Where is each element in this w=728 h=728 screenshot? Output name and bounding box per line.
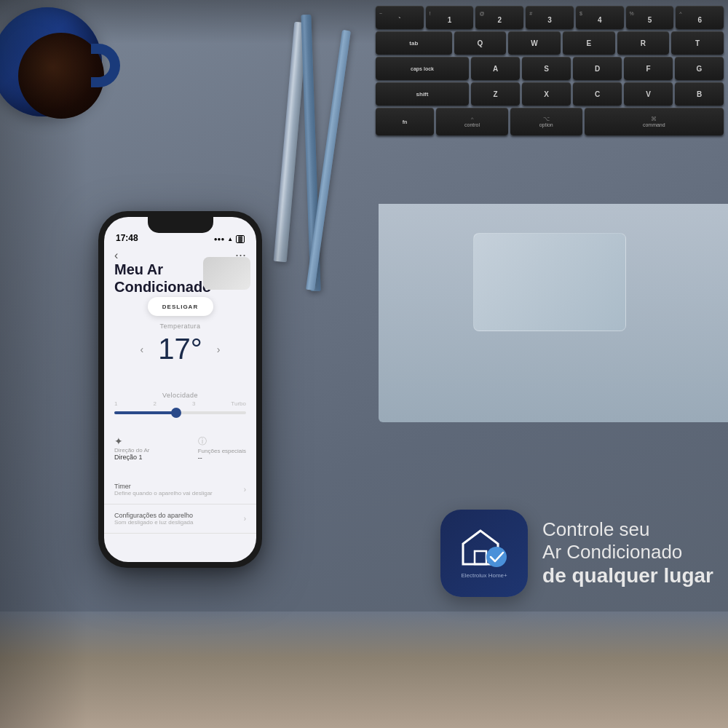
- status-icons: ●●● ▲ ▓: [214, 235, 245, 243]
- key-6[interactable]: ^6: [676, 6, 724, 29]
- trackpad[interactable]: [473, 233, 626, 331]
- signal-icon: ●●●: [214, 236, 225, 242]
- airflow-right: ⓘ Funções especiais --: [198, 435, 246, 462]
- temperature-section: Temperatura ‹ 17° ›: [104, 323, 256, 365]
- keyboard-row-asdf: caps lock A S D F G: [376, 57, 724, 80]
- cup-handle: [91, 44, 120, 87]
- timer-chevron-icon: ›: [244, 486, 246, 494]
- house-svg: [459, 528, 510, 568]
- key-f[interactable]: F: [624, 57, 673, 80]
- coffee-cup: [0, 0, 124, 153]
- speed-marks: 1 2 3 Turbo: [114, 399, 246, 408]
- settings-content: Configurações do aparelho Som desligado …: [114, 512, 194, 526]
- speed-mark-2: 2: [153, 400, 156, 407]
- airflow-value: Direção 1: [114, 454, 149, 461]
- key-control[interactable]: ^ control: [436, 108, 508, 135]
- brand-line-2: Ar Condicionado: [542, 541, 713, 563]
- key-s[interactable]: S: [522, 57, 571, 80]
- svg-rect-1: [475, 551, 486, 564]
- key-tilde[interactable]: ~`: [376, 6, 424, 29]
- back-button[interactable]: ‹: [114, 249, 118, 262]
- key-3[interactable]: #3: [526, 6, 574, 29]
- svg-point-2: [486, 547, 507, 567]
- key-shift[interactable]: shift: [376, 82, 469, 106]
- app-title-text: Meu ArCondicionado: [114, 261, 213, 296]
- key-w[interactable]: W: [508, 31, 561, 55]
- key-x[interactable]: X: [522, 82, 571, 106]
- app-icon-graphic: [459, 528, 510, 568]
- timer-menu-item[interactable]: Timer Define quando o aparelho vai desli…: [104, 475, 256, 505]
- cup-body: [0, 7, 102, 116]
- settings-label: Configurações do aparelho: [114, 512, 194, 519]
- temperature-value: 17°: [158, 333, 202, 365]
- keyboard: ~` !1 @2 #3 $4 %5 ^6 tab Q W E R T caps …: [371, 0, 728, 204]
- keyboard-row-bottom: fn ^ control ⌥ option ⌘ command: [376, 108, 724, 135]
- key-1[interactable]: !1: [426, 6, 474, 29]
- temp-decrease-button[interactable]: ‹: [141, 344, 144, 355]
- phone-screen: 17:48 ●●● ▲ ▓ ‹ ··· Meu ArCondicionado: [104, 217, 256, 562]
- settings-menu-item[interactable]: Configurações do aparelho Som desligado …: [104, 505, 256, 534]
- speed-thumb[interactable]: [171, 408, 181, 418]
- keyboard-row-numbers: ~` !1 @2 #3 $4 %5 ^6: [376, 6, 724, 29]
- brand-text: Controle seu Ar Condicionado de qualquer…: [542, 518, 713, 588]
- speed-mark-3: 3: [192, 400, 195, 407]
- ac-device-image: [203, 257, 250, 290]
- brand-section: Electrolux Home+ Controle seu Ar Condici…: [440, 510, 713, 597]
- wifi-icon: ▲: [227, 236, 233, 242]
- phone-mockup: 17:48 ●●● ▲ ▓ ‹ ··· Meu ArCondicionado: [98, 211, 262, 568]
- airflow-label: Direção do Ar: [114, 447, 149, 454]
- special-label: Funções especiais: [198, 448, 246, 454]
- airflow-icon: ✦: [114, 435, 149, 447]
- key-fn[interactable]: fn: [376, 108, 434, 135]
- app-title: Meu ArCondicionado: [114, 261, 213, 296]
- key-5[interactable]: %5: [626, 6, 674, 29]
- timer-label: Timer: [114, 483, 213, 490]
- key-q[interactable]: Q: [454, 31, 507, 55]
- info-icon[interactable]: ⓘ: [198, 435, 246, 448]
- key-b[interactable]: B: [675, 82, 724, 106]
- key-a[interactable]: A: [471, 57, 520, 80]
- settings-chevron-icon: ›: [244, 515, 246, 523]
- keyboard-row-qwert: tab Q W E R T: [376, 31, 724, 55]
- key-d[interactable]: D: [573, 57, 622, 80]
- keyboard-row-zxcv: shift Z X C V B: [376, 82, 724, 106]
- battery-icon: ▓: [236, 235, 245, 243]
- phone-notch: [148, 217, 213, 233]
- key-v[interactable]: V: [624, 82, 673, 106]
- settings-sublabel: Som desligado e luz desligada: [114, 519, 194, 526]
- scene: ~` !1 @2 #3 $4 %5 ^6 tab Q W E R T caps …: [0, 0, 728, 728]
- brand-line-3: de qualquer lugar: [542, 563, 713, 588]
- key-t[interactable]: T: [671, 31, 724, 55]
- timer-content: Timer Define quando o aparelho vai desli…: [114, 483, 213, 496]
- timer-sublabel: Define quando o aparelho vai desligar: [114, 490, 213, 496]
- key-z[interactable]: Z: [471, 82, 520, 106]
- speed-mark-1: 1: [114, 400, 117, 407]
- temperature-label: Temperatura: [104, 323, 256, 330]
- key-g[interactable]: G: [675, 57, 724, 80]
- key-caps[interactable]: caps lock: [376, 57, 469, 80]
- key-e[interactable]: E: [563, 31, 615, 55]
- temp-increase-button[interactable]: ›: [217, 344, 221, 355]
- key-r[interactable]: R: [617, 31, 670, 55]
- speed-track[interactable]: [114, 411, 246, 414]
- power-button[interactable]: DESLIGAR: [148, 297, 213, 316]
- speed-section: Velocidade 1 2 3 Turbo: [114, 392, 246, 414]
- key-2[interactable]: @2: [475, 6, 523, 29]
- key-4[interactable]: $4: [576, 6, 624, 29]
- speed-mark-turbo: Turbo: [231, 400, 246, 407]
- app-icon[interactable]: Electrolux Home+: [440, 510, 528, 597]
- desk-edge: [0, 612, 728, 728]
- key-c[interactable]: C: [573, 82, 622, 106]
- brand-line-1: Controle seu: [542, 518, 713, 541]
- key-command[interactable]: ⌘ command: [585, 108, 724, 135]
- temperature-row: ‹ 17° ›: [104, 333, 256, 365]
- special-value: --: [198, 454, 246, 462]
- speed-fill: [114, 411, 173, 414]
- key-option[interactable]: ⌥ option: [510, 108, 582, 135]
- app-icon-label: Electrolux Home+: [461, 572, 507, 579]
- airflow-section: ✦ Direção do Ar Direção 1 ⓘ Funções espe…: [114, 435, 246, 462]
- key-tab[interactable]: tab: [376, 31, 452, 55]
- airflow-left: ✦ Direção do Ar Direção 1: [114, 435, 149, 462]
- power-button-label: DESLIGAR: [162, 304, 198, 310]
- menu-items: Timer Define quando o aparelho vai desli…: [104, 475, 256, 534]
